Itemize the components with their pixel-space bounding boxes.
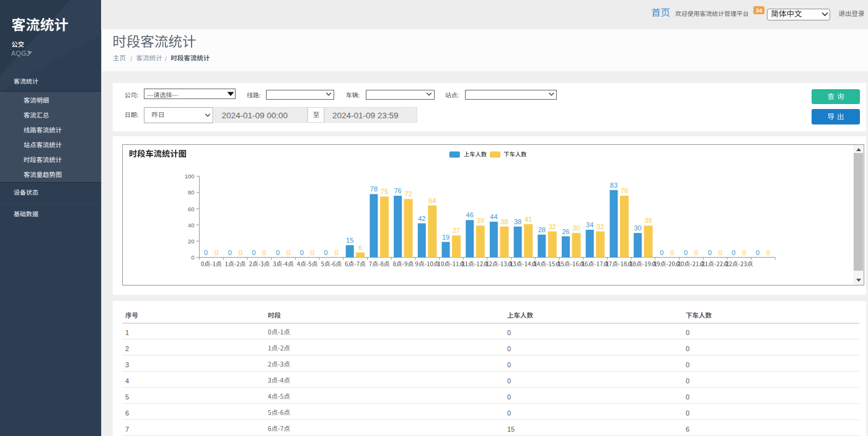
svg-text:0: 0 <box>660 249 663 256</box>
svg-text:0: 0 <box>742 249 746 256</box>
svg-text:27: 27 <box>453 227 460 234</box>
svg-text:0: 0 <box>732 249 735 256</box>
svg-text:0: 0 <box>276 249 280 256</box>
svg-text:39: 39 <box>477 217 484 224</box>
svg-text:15: 15 <box>346 237 353 244</box>
svg-text:46: 46 <box>466 211 474 219</box>
svg-text:0: 0 <box>191 254 194 261</box>
svg-text:42: 42 <box>418 215 425 222</box>
svg-text:72: 72 <box>404 190 412 198</box>
svg-text:0: 0 <box>311 249 314 256</box>
svg-text:28: 28 <box>538 226 546 233</box>
svg-text:0: 0 <box>215 249 218 256</box>
svg-text:0: 0 <box>334 249 338 256</box>
svg-text:0: 0 <box>670 249 674 256</box>
svg-text:40: 40 <box>188 222 195 229</box>
svg-text:19: 19 <box>442 233 450 241</box>
svg-text:38: 38 <box>500 218 508 225</box>
svg-text:32: 32 <box>596 223 604 230</box>
svg-text:39: 39 <box>644 217 652 224</box>
svg-text:0: 0 <box>324 249 327 256</box>
svg-text:26: 26 <box>562 228 569 235</box>
svg-text:0: 0 <box>300 249 304 256</box>
svg-text:0: 0 <box>766 249 770 256</box>
svg-text:32: 32 <box>549 223 556 230</box>
svg-text:41: 41 <box>525 216 532 223</box>
svg-text:0: 0 <box>756 249 760 256</box>
svg-text:75: 75 <box>381 188 388 195</box>
svg-text:0: 0 <box>228 249 232 256</box>
svg-text:83: 83 <box>610 181 618 189</box>
svg-text:38: 38 <box>514 218 521 225</box>
svg-text:0: 0 <box>694 249 698 256</box>
svg-text:0: 0 <box>684 249 688 256</box>
svg-text:44: 44 <box>490 213 497 220</box>
svg-text:100: 100 <box>185 173 195 180</box>
svg-text:64: 64 <box>428 197 436 204</box>
svg-text:0: 0 <box>286 249 290 256</box>
svg-text:0: 0 <box>204 249 208 256</box>
svg-text:0: 0 <box>708 249 712 256</box>
svg-text:78: 78 <box>370 185 378 193</box>
svg-text:76: 76 <box>394 187 401 194</box>
svg-text:60: 60 <box>188 206 195 212</box>
svg-text:0: 0 <box>262 249 266 256</box>
svg-text:30: 30 <box>634 224 641 232</box>
svg-text:0: 0 <box>239 249 242 256</box>
svg-text:0: 0 <box>252 249 255 256</box>
svg-text:80: 80 <box>188 189 195 196</box>
svg-text:6: 6 <box>358 244 362 251</box>
svg-text:30: 30 <box>572 224 580 232</box>
svg-text:0: 0 <box>719 249 722 256</box>
svg-text:20: 20 <box>188 238 195 245</box>
svg-text:34: 34 <box>586 221 593 229</box>
svg-text:76: 76 <box>621 187 628 194</box>
